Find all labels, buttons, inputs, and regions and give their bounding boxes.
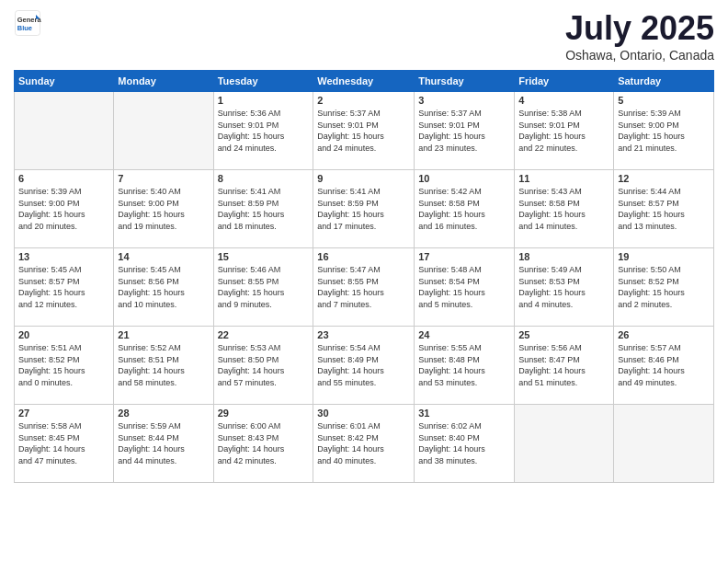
table-row: 19Sunrise: 5:50 AM Sunset: 8:52 PM Dayli… — [614, 248, 714, 327]
table-row: 7Sunrise: 5:40 AM Sunset: 9:00 PM Daylig… — [114, 170, 213, 248]
table-row: 3Sunrise: 5:37 AM Sunset: 9:01 PM Daylig… — [415, 92, 515, 170]
table-row: 26Sunrise: 5:57 AM Sunset: 8:46 PM Dayli… — [614, 327, 714, 405]
table-row: 21Sunrise: 5:52 AM Sunset: 8:51 PM Dayli… — [114, 327, 213, 405]
table-row — [114, 92, 213, 170]
day-number: 25 — [518, 329, 609, 340]
day-info: Sunrise: 5:49 AM Sunset: 8:53 PM Dayligh… — [518, 264, 609, 310]
day-number: 21 — [118, 329, 209, 340]
day-info: Sunrise: 5:52 AM Sunset: 8:51 PM Dayligh… — [118, 342, 209, 388]
calendar-week-row: 13Sunrise: 5:45 AM Sunset: 8:57 PM Dayli… — [15, 248, 714, 327]
col-wednesday: Wednesday — [313, 71, 415, 92]
day-number: 4 — [518, 95, 609, 106]
table-row: 23Sunrise: 5:54 AM Sunset: 8:49 PM Dayli… — [313, 327, 415, 405]
table-row: 11Sunrise: 5:43 AM Sunset: 8:58 PM Dayli… — [515, 170, 614, 248]
calendar-header-row: Sunday Monday Tuesday Wednesday Thursday… — [15, 71, 714, 92]
day-number: 15 — [218, 251, 310, 262]
day-number: 12 — [618, 173, 710, 184]
svg-text:Blue: Blue — [17, 24, 32, 32]
day-info: Sunrise: 5:41 AM Sunset: 8:59 PM Dayligh… — [218, 186, 310, 232]
header: General Blue July 2025 Oshawa, Ontario, … — [14, 9, 714, 63]
table-row: 2Sunrise: 5:37 AM Sunset: 9:01 PM Daylig… — [313, 92, 415, 170]
table-row: 18Sunrise: 5:49 AM Sunset: 8:53 PM Dayli… — [515, 248, 614, 327]
table-row: 4Sunrise: 5:38 AM Sunset: 9:01 PM Daylig… — [515, 92, 614, 170]
table-row: 24Sunrise: 5:55 AM Sunset: 8:48 PM Dayli… — [415, 327, 515, 405]
day-info: Sunrise: 5:51 AM Sunset: 8:52 PM Dayligh… — [18, 342, 109, 388]
table-row: 20Sunrise: 5:51 AM Sunset: 8:52 PM Dayli… — [15, 327, 114, 405]
table-row: 9Sunrise: 5:41 AM Sunset: 8:59 PM Daylig… — [313, 170, 415, 248]
day-number: 23 — [317, 329, 410, 340]
col-friday: Friday — [515, 71, 614, 92]
day-number: 1 — [218, 95, 310, 106]
table-row: 5Sunrise: 5:39 AM Sunset: 9:00 PM Daylig… — [614, 92, 714, 170]
day-number: 7 — [118, 173, 209, 184]
calendar-week-row: 20Sunrise: 5:51 AM Sunset: 8:52 PM Dayli… — [15, 327, 714, 405]
day-number: 9 — [317, 173, 410, 184]
svg-text:General: General — [17, 16, 41, 24]
day-info: Sunrise: 6:02 AM Sunset: 8:40 PM Dayligh… — [418, 420, 510, 466]
day-info: Sunrise: 5:38 AM Sunset: 9:01 PM Dayligh… — [518, 108, 609, 154]
calendar-week-row: 6Sunrise: 5:39 AM Sunset: 9:00 PM Daylig… — [15, 170, 714, 248]
day-number: 22 — [218, 329, 310, 340]
day-info: Sunrise: 5:55 AM Sunset: 8:48 PM Dayligh… — [418, 342, 510, 388]
day-info: Sunrise: 5:43 AM Sunset: 8:58 PM Dayligh… — [518, 186, 609, 232]
day-number: 8 — [218, 173, 310, 184]
day-number: 11 — [518, 173, 609, 184]
day-info: Sunrise: 5:54 AM Sunset: 8:49 PM Dayligh… — [317, 342, 410, 388]
day-number: 20 — [18, 329, 109, 340]
day-info: Sunrise: 6:01 AM Sunset: 8:42 PM Dayligh… — [317, 420, 410, 466]
day-number: 16 — [317, 251, 410, 262]
logo-icon: General Blue — [14, 9, 41, 37]
day-info: Sunrise: 5:57 AM Sunset: 8:46 PM Dayligh… — [618, 342, 710, 388]
table-row: 25Sunrise: 5:56 AM Sunset: 8:47 PM Dayli… — [515, 327, 614, 405]
day-number: 30 — [317, 408, 410, 419]
day-info: Sunrise: 5:48 AM Sunset: 8:54 PM Dayligh… — [418, 264, 510, 310]
table-row — [614, 405, 714, 483]
col-tuesday: Tuesday — [213, 71, 313, 92]
day-number: 24 — [418, 329, 510, 340]
day-number: 27 — [18, 408, 109, 419]
day-number: 3 — [418, 95, 510, 106]
day-info: Sunrise: 5:37 AM Sunset: 9:01 PM Dayligh… — [418, 108, 510, 154]
day-number: 13 — [18, 251, 109, 262]
table-row: 16Sunrise: 5:47 AM Sunset: 8:55 PM Dayli… — [313, 248, 415, 327]
day-info: Sunrise: 5:45 AM Sunset: 8:56 PM Dayligh… — [118, 264, 209, 310]
table-row: 10Sunrise: 5:42 AM Sunset: 8:58 PM Dayli… — [415, 170, 515, 248]
day-info: Sunrise: 5:47 AM Sunset: 8:55 PM Dayligh… — [317, 264, 410, 310]
title-block: July 2025 Oshawa, Ontario, Canada — [565, 9, 714, 63]
table-row: 1Sunrise: 5:36 AM Sunset: 9:01 PM Daylig… — [213, 92, 313, 170]
day-info: Sunrise: 5:59 AM Sunset: 8:44 PM Dayligh… — [118, 420, 209, 466]
day-info: Sunrise: 5:41 AM Sunset: 8:59 PM Dayligh… — [317, 186, 410, 232]
col-saturday: Saturday — [614, 71, 714, 92]
table-row: 28Sunrise: 5:59 AM Sunset: 8:44 PM Dayli… — [114, 405, 213, 483]
col-sunday: Sunday — [15, 71, 114, 92]
col-thursday: Thursday — [415, 71, 515, 92]
day-info: Sunrise: 5:50 AM Sunset: 8:52 PM Dayligh… — [618, 264, 710, 310]
logo: General Blue — [14, 9, 45, 37]
day-number: 17 — [418, 251, 510, 262]
day-info: Sunrise: 5:45 AM Sunset: 8:57 PM Dayligh… — [18, 264, 109, 310]
table-row: 17Sunrise: 5:48 AM Sunset: 8:54 PM Dayli… — [415, 248, 515, 327]
day-info: Sunrise: 5:44 AM Sunset: 8:57 PM Dayligh… — [618, 186, 710, 232]
day-info: Sunrise: 5:37 AM Sunset: 9:01 PM Dayligh… — [317, 108, 410, 154]
day-info: Sunrise: 5:39 AM Sunset: 9:00 PM Dayligh… — [18, 186, 109, 232]
day-info: Sunrise: 6:00 AM Sunset: 8:43 PM Dayligh… — [218, 420, 310, 466]
page: General Blue July 2025 Oshawa, Ontario, … — [0, 0, 728, 563]
day-info: Sunrise: 5:36 AM Sunset: 9:01 PM Dayligh… — [218, 108, 310, 154]
table-row — [15, 92, 114, 170]
day-number: 5 — [618, 95, 710, 106]
day-number: 31 — [418, 408, 510, 419]
table-row: 12Sunrise: 5:44 AM Sunset: 8:57 PM Dayli… — [614, 170, 714, 248]
table-row: 8Sunrise: 5:41 AM Sunset: 8:59 PM Daylig… — [213, 170, 313, 248]
day-info: Sunrise: 5:53 AM Sunset: 8:50 PM Dayligh… — [218, 342, 310, 388]
location: Oshawa, Ontario, Canada — [565, 48, 714, 63]
day-number: 19 — [618, 251, 710, 262]
col-monday: Monday — [114, 71, 213, 92]
table-row: 27Sunrise: 5:58 AM Sunset: 8:45 PM Dayli… — [15, 405, 114, 483]
day-number: 14 — [118, 251, 209, 262]
day-number: 2 — [317, 95, 410, 106]
day-info: Sunrise: 5:58 AM Sunset: 8:45 PM Dayligh… — [18, 420, 109, 466]
day-number: 18 — [518, 251, 609, 262]
calendar-week-row: 1Sunrise: 5:36 AM Sunset: 9:01 PM Daylig… — [15, 92, 714, 170]
day-number: 10 — [418, 173, 510, 184]
table-row: 15Sunrise: 5:46 AM Sunset: 8:55 PM Dayli… — [213, 248, 313, 327]
